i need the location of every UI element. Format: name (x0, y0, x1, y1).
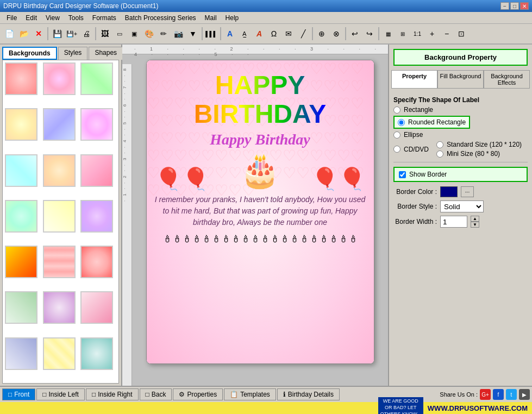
bg-item-2[interactable] (43, 62, 76, 95)
bg-item-14[interactable] (43, 246, 76, 278)
menu-help[interactable]: Help (221, 13, 243, 23)
border-color-picker[interactable] (440, 186, 458, 197)
menu-edit[interactable]: Edit (21, 13, 41, 23)
toolbar-line[interactable]: ╱ (296, 27, 310, 41)
toolbar-zoom-out[interactable]: − (440, 27, 454, 41)
toolbar-wordart[interactable]: A (252, 27, 266, 41)
toolbar-symbol[interactable]: Ω (267, 27, 281, 41)
tab-property[interactable]: Property (391, 70, 437, 88)
mini-size-radio[interactable] (436, 150, 443, 158)
toolbar-photo[interactable]: 📷 (171, 27, 185, 41)
bg-item-21[interactable] (80, 337, 113, 370)
main-area: Backgrounds Styles Shapes (0, 45, 532, 386)
toolbar-save[interactable]: 💾 (50, 27, 64, 41)
toolbar-forward[interactable]: ↪ (362, 27, 377, 41)
toolbar-zoom-fit[interactable]: ⊡ (454, 27, 468, 41)
toolbar-11[interactable]: 1:1 (410, 27, 424, 41)
rounded-rectangle-radio[interactable] (398, 119, 405, 126)
toolbar-print[interactable]: 🖨 (79, 27, 93, 41)
menu-tools[interactable]: Tools (64, 13, 88, 23)
canvas-scroll-area[interactable]: ·1··2··3··4··5··6··7··8 ♡♡♡♡♡♡♡♡♡♡♡♡♡♡♡♡… (122, 54, 388, 386)
toolbar-pencil[interactable]: ✏ (157, 27, 171, 41)
tab-properties[interactable]: ⚙ Properties (173, 388, 223, 400)
cddvd-radio[interactable] (393, 146, 400, 153)
toolbar-back[interactable]: ↩ (348, 27, 362, 41)
toolbar-email[interactable]: ✉ (281, 27, 296, 41)
rectangle-radio[interactable] (393, 106, 400, 114)
bg-item-9[interactable] (80, 154, 113, 187)
tab-templates[interactable]: 📋 Templates (224, 388, 276, 400)
toolbar-zoom-in[interactable]: + (425, 27, 439, 41)
tab-backgrounds[interactable]: Backgrounds (2, 47, 57, 60)
tab-background-effects[interactable]: Background Effects (484, 70, 530, 88)
tab-inside-right[interactable]: □ Inside Right (86, 388, 139, 400)
toolbar-shape1[interactable]: ▭ (112, 27, 127, 41)
toolbar-save-as[interactable]: 💾+ (65, 27, 79, 41)
birthday-card[interactable]: ♡♡♡♡♡♡♡♡♡♡♡♡♡♡♡♡♡♡♡♡♡♡♡♡♡♡♡♡♡♡♡♡♡♡♡♡♡♡♡♡… (146, 60, 374, 364)
bg-item-12[interactable] (80, 200, 113, 233)
bg-item-5[interactable] (43, 108, 76, 141)
border-width-down[interactable]: ▼ (471, 222, 479, 228)
more-social-icon[interactable]: ▶ (519, 389, 530, 400)
toolbar-text2[interactable]: A̲ (237, 27, 252, 41)
bg-item-3[interactable] (80, 62, 113, 95)
toolbar-shape2[interactable]: ▣ (127, 27, 141, 41)
facebook-icon[interactable]: f (493, 389, 504, 400)
bg-item-18[interactable] (80, 291, 113, 324)
bg-item-17[interactable] (43, 291, 76, 324)
menu-batch[interactable]: Batch Processing Series (121, 13, 201, 23)
toolbar-close[interactable]: ✕ (32, 27, 46, 41)
toolbar-grid1[interactable]: ▦ (381, 27, 395, 41)
bg-item-11[interactable] (43, 200, 76, 233)
tab-shapes[interactable]: Shapes (89, 47, 123, 60)
card-images: 🎈🎈 🎂 🎈🎈 (155, 151, 366, 190)
border-color-more[interactable]: ··· (461, 186, 474, 197)
toolbar-text[interactable]: A (223, 27, 237, 41)
menu-file[interactable]: File (2, 13, 21, 23)
tab-fill-background[interactable]: Fill Background (437, 70, 484, 88)
toolbar-coin1[interactable]: ⊕ (315, 27, 329, 41)
tab-birthday-details[interactable]: ℹ Birthday Details (277, 388, 340, 400)
bg-item-16[interactable] (5, 291, 37, 324)
bg-item-10[interactable] (5, 200, 37, 233)
bg-item-1[interactable] (5, 62, 37, 95)
border-width-input[interactable] (440, 216, 467, 228)
badge-line3: OTHERS KNOW... (380, 411, 421, 414)
ellipse-option: Ellipse (393, 131, 528, 139)
tab-front[interactable]: □ Front (2, 388, 35, 400)
maximize-button[interactable]: □ (510, 2, 519, 10)
bg-item-6[interactable] (80, 108, 113, 141)
tab-back[interactable]: □ Back (140, 388, 172, 400)
toolbar-new[interactable]: 📄 (2, 27, 16, 41)
close-button[interactable]: ✕ (520, 2, 529, 10)
toolbar-open[interactable]: 📂 (17, 27, 31, 41)
toolbar-barcode[interactable]: ▌▌▌ (204, 27, 218, 41)
standard-size-radio[interactable] (436, 141, 443, 148)
tab-styles[interactable]: Styles (58, 47, 88, 60)
google-plus-icon[interactable]: G+ (480, 389, 491, 400)
toolbar-image[interactable]: 🖼 (98, 27, 112, 41)
toolbar-dropdown[interactable]: ▼ (186, 27, 200, 41)
templates-icon: 📋 (230, 391, 238, 398)
toolbar-coin2[interactable]: ⊗ (329, 27, 343, 41)
canvas-area: · 1 · · · · 2 · · · · 3 · · · · 4 · · · … (122, 45, 388, 386)
menu-mail[interactable]: Mail (201, 13, 221, 23)
bg-item-4[interactable] (5, 108, 37, 141)
border-width-up[interactable]: ▲ (471, 216, 479, 222)
toolbar-color[interactable]: 🎨 (142, 27, 156, 41)
menu-formats[interactable]: Formats (88, 13, 121, 23)
bg-item-19[interactable] (5, 337, 37, 370)
ellipse-radio[interactable] (393, 131, 400, 139)
toolbar-grid2[interactable]: ⊞ (396, 27, 410, 41)
show-border-checkbox[interactable] (399, 171, 406, 178)
twitter-icon[interactable]: t (506, 389, 517, 400)
tab-inside-left[interactable]: □ Inside Left (36, 388, 85, 400)
bg-item-15[interactable] (80, 246, 113, 278)
border-style-select[interactable]: Solid Dashed Dotted (440, 200, 484, 212)
bg-item-8[interactable] (43, 154, 76, 187)
bg-item-13[interactable] (5, 246, 37, 278)
minimize-button[interactable]: − (500, 2, 509, 10)
menu-view[interactable]: View (41, 13, 64, 23)
bg-item-7[interactable] (5, 154, 37, 187)
bg-item-20[interactable] (43, 337, 76, 370)
